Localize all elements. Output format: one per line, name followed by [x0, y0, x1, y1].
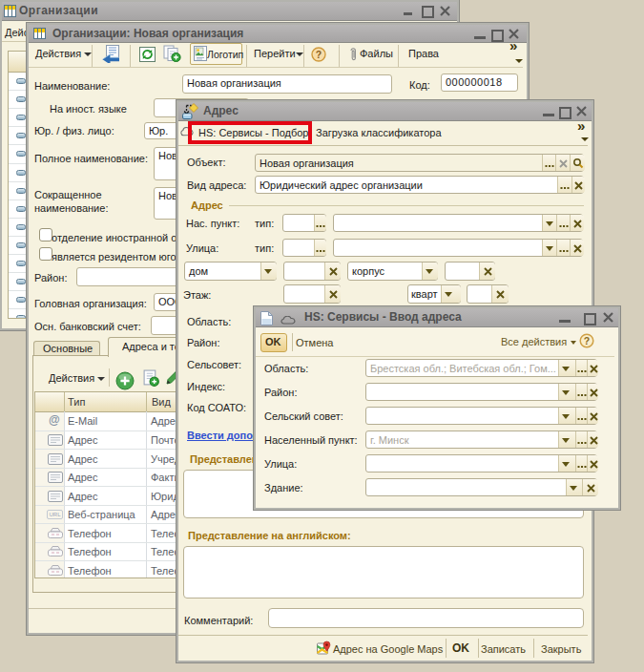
svg-text:?: ? [584, 335, 590, 346]
svg-text:?: ? [316, 49, 322, 60]
